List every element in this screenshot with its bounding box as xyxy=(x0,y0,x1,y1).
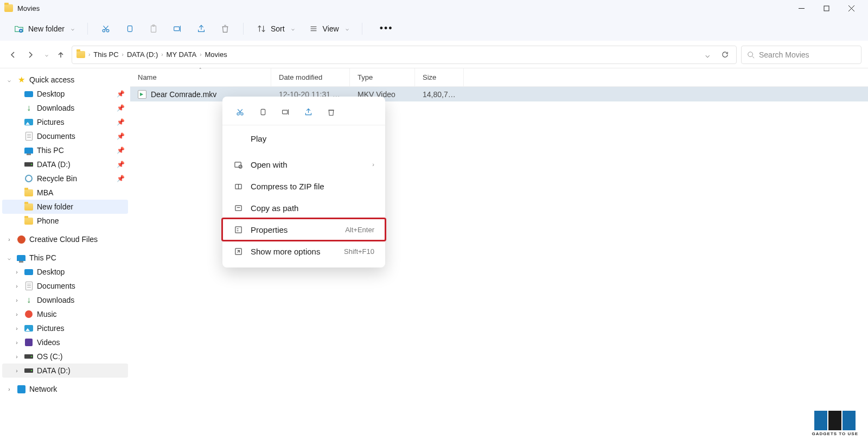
ctx-show-more[interactable]: Show more options Shift+F10 xyxy=(222,240,385,262)
svg-rect-11 xyxy=(127,26,132,31)
copy-path-icon xyxy=(233,203,243,213)
search-placeholder: Search Movies xyxy=(759,50,809,59)
column-date[interactable]: Date modified xyxy=(271,68,350,86)
video-file-icon xyxy=(138,90,146,99)
more-button[interactable]: ••• xyxy=(370,20,403,37)
breadcrumb-segment[interactable]: This PC xyxy=(93,50,118,59)
column-size[interactable]: Size xyxy=(415,68,464,86)
column-type[interactable]: Type xyxy=(350,68,415,86)
address-bar[interactable]: › This PC › DATA (D:) › MY DATA › Movies… xyxy=(72,46,737,64)
chevron-right-icon: › xyxy=(372,161,374,168)
sidebar-item-pictures[interactable]: Pictures📌 xyxy=(2,115,128,129)
svg-rect-12 xyxy=(151,26,156,32)
breadcrumb-segment[interactable]: DATA (D:) xyxy=(127,50,158,59)
ellipsis-icon: ••• xyxy=(375,23,398,34)
ctx-open-with[interactable]: Open with › xyxy=(222,154,385,175)
cut-button[interactable] xyxy=(95,21,116,37)
empty-icon xyxy=(233,133,243,143)
column-name[interactable]: ˄Name xyxy=(130,68,271,86)
documents-icon xyxy=(25,282,33,290)
folder-icon xyxy=(24,203,33,211)
ctx-cut-button[interactable] xyxy=(232,104,247,119)
sidebar-network[interactable]: ›Network xyxy=(2,382,128,396)
address-dropdown-button[interactable]: ⌵ xyxy=(700,50,714,59)
view-button[interactable]: View ⌵ xyxy=(303,21,354,37)
navigation-row: ⌵ › This PC › DATA (D:) › MY DATA › Movi… xyxy=(0,41,868,68)
ctx-copy-path[interactable]: Copy as path xyxy=(222,197,385,219)
ctx-rename-button[interactable] xyxy=(278,104,293,119)
svg-rect-31 xyxy=(234,162,240,167)
ctx-shortcut: Shift+F10 xyxy=(344,247,374,256)
scissors-icon xyxy=(101,24,111,34)
pin-icon: 📌 xyxy=(117,118,125,126)
column-label: Name xyxy=(138,73,157,81)
sidebar-item-label: Documents xyxy=(37,282,125,290)
pictures-icon xyxy=(24,119,33,125)
expand-icon: › xyxy=(5,237,13,243)
folder-icon xyxy=(76,51,85,58)
ctx-label: Open with xyxy=(251,160,365,169)
sidebar-item-data-d[interactable]: ›DATA (D:) xyxy=(2,364,128,378)
new-folder-label: New folder xyxy=(28,24,65,33)
sidebar-item-mba[interactable]: MBA xyxy=(2,186,128,200)
copy-button[interactable] xyxy=(119,21,140,37)
minimize-button[interactable] xyxy=(789,0,814,16)
ctx-play[interactable]: Play xyxy=(222,128,385,149)
ctx-delete-button[interactable] xyxy=(323,104,339,119)
sidebar-item-desktop[interactable]: ›Desktop xyxy=(2,265,128,279)
pictures-icon xyxy=(24,325,33,332)
sidebar-item-downloads[interactable]: ↓Downloads📌 xyxy=(2,101,128,115)
ctx-share-button[interactable] xyxy=(301,104,316,119)
context-menu-icon-row xyxy=(222,100,385,124)
sidebar-item-documents[interactable]: ›Documents xyxy=(2,279,128,293)
sidebar-item-desktop[interactable]: Desktop📌 xyxy=(2,87,128,101)
breadcrumb-segment[interactable]: Movies xyxy=(205,50,227,59)
new-folder-button[interactable]: New folder ⌵ xyxy=(9,21,80,37)
sort-button[interactable]: Sort ⌵ xyxy=(251,21,300,37)
rename-button[interactable] xyxy=(167,21,188,37)
search-box[interactable]: Search Movies xyxy=(741,46,861,64)
sidebar-item-pictures[interactable]: ›Pictures xyxy=(2,321,128,335)
sidebar-item-videos[interactable]: ›Videos xyxy=(2,335,128,349)
recent-locations-button[interactable]: ⌵ xyxy=(41,48,50,61)
sidebar-creative-cloud[interactable]: ›Creative Cloud Files xyxy=(2,232,128,246)
share-button[interactable] xyxy=(191,21,212,37)
sidebar-item-music[interactable]: ›Music xyxy=(2,307,128,321)
sidebar-item-os-c[interactable]: ›OS (C:) xyxy=(2,349,128,364)
sidebar-item-this-pc[interactable]: This PC📌 xyxy=(2,143,128,157)
sort-label: Sort xyxy=(271,24,285,33)
rename-icon xyxy=(173,24,182,34)
sidebar-item-documents[interactable]: Documents📌 xyxy=(2,129,128,143)
refresh-button[interactable] xyxy=(718,50,732,59)
pin-icon: 📌 xyxy=(117,146,125,154)
folder-icon xyxy=(24,218,33,225)
sidebar-this-pc[interactable]: ⌵This PC xyxy=(2,251,128,265)
delete-button[interactable] xyxy=(215,21,235,37)
sidebar-item-phone[interactable]: Phone xyxy=(2,214,128,228)
sidebar-item-label: Desktop xyxy=(37,267,125,276)
sidebar-item-recycle-bin[interactable]: Recycle Bin📌 xyxy=(2,171,128,186)
ctx-label: Copy as path xyxy=(251,203,374,213)
sidebar-item-data-d[interactable]: DATA (D:)📌 xyxy=(2,157,128,171)
file-size: 14,80,722... xyxy=(415,90,464,99)
ctx-properties[interactable]: Properties Alt+Enter xyxy=(222,219,385,240)
sidebar-quick-access[interactable]: ⌵ ★ Quick access xyxy=(2,73,128,87)
up-button[interactable] xyxy=(54,48,67,61)
maximize-button[interactable] xyxy=(814,0,839,16)
ctx-copy-button[interactable] xyxy=(255,104,270,119)
breadcrumb-segment[interactable]: MY DATA xyxy=(167,50,197,59)
view-icon xyxy=(309,24,318,34)
back-button[interactable] xyxy=(7,48,20,61)
sidebar-item-label: New folder xyxy=(37,202,125,211)
trash-icon xyxy=(220,24,230,34)
forward-button[interactable] xyxy=(24,48,37,61)
pc-icon xyxy=(24,148,33,154)
sidebar-item-label: Pictures xyxy=(37,118,113,126)
context-menu: Play Open with › Compress to ZIP file Co… xyxy=(222,97,385,267)
paste-button[interactable] xyxy=(143,21,164,37)
ctx-compress-zip[interactable]: Compress to ZIP file xyxy=(222,175,385,197)
sidebar-item-downloads[interactable]: ›↓Downloads xyxy=(2,293,128,307)
sidebar-item-new-folder[interactable]: New folder xyxy=(2,200,128,214)
close-button[interactable] xyxy=(839,0,864,16)
expand-icon: › xyxy=(5,386,13,392)
